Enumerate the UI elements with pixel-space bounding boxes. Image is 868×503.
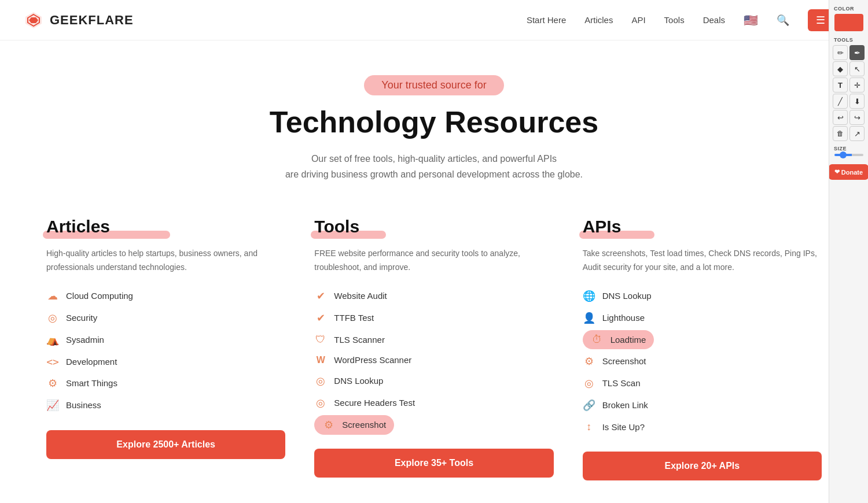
list-item[interactable]: 🛡 TLS Scanner (314, 329, 553, 350)
dns-icon: ◎ (314, 375, 327, 387)
tools-title: Tools (314, 217, 359, 236)
screenshot2-icon: ⚙ (583, 355, 595, 368)
articles-column: Articles High-quality articles to help s… (46, 217, 285, 480)
audit-icon: ✔ (314, 290, 327, 302)
logo[interactable]: GEEKFLARE (23, 10, 134, 31)
list-item[interactable]: ◎ Security (46, 307, 285, 329)
logo-text: GEEKFLARE (50, 13, 134, 28)
export-tool[interactable]: ↗ (849, 126, 865, 141)
text-tool[interactable]: T (833, 77, 848, 93)
nav-deals[interactable]: Deals (703, 15, 725, 25)
select-tool[interactable]: ↖ (849, 61, 865, 76)
hero-section: Your trusted source for Technology Resou… (0, 40, 868, 199)
undo-tool[interactable]: ↩ (833, 110, 848, 125)
apis-title-wrap: APIs (583, 217, 822, 239)
articles-desc: High-quality articles to help startups, … (46, 247, 285, 275)
siteup-icon: ↕ (583, 421, 595, 433)
list-item[interactable]: ✔ Website Audit (314, 285, 553, 307)
hero-badge: Your trusted source for (364, 75, 503, 95)
list-item[interactable]: 🌐 DNS Lookup (583, 285, 822, 307)
sidebar-panel: COLOR TOOLS ✏ ✒ ◆ ↖ T ✛ ╱ ⬇ ↩ ↪ 🗑 ↗ SIZE… (829, 0, 868, 503)
tlsscan-icon: ◎ (583, 377, 595, 390)
list-item[interactable]: ⚙ Smart Things (46, 372, 285, 394)
wp-icon: W (314, 355, 327, 365)
broken-link-icon: 🔗 (583, 399, 595, 412)
smart-icon: ⚙ (46, 377, 59, 390)
logo-icon (23, 10, 44, 31)
size-label: SIZE (829, 146, 847, 151)
hero-title: Technology Resources (23, 105, 845, 139)
apis-desc: Take screenshots, Test load times, Check… (583, 247, 822, 275)
business-icon: 📈 (46, 399, 59, 412)
list-item[interactable]: ◎ Secure Headers Test (314, 392, 553, 414)
hero-subtitle: Our set of free tools, high-quality arti… (23, 151, 845, 182)
articles-cta-button[interactable]: Explore 2500+ Articles (46, 430, 285, 459)
list-item-highlighted[interactable]: ⏱ Loadtime (583, 330, 654, 349)
list-item[interactable]: ✔ TTFB Test (314, 307, 553, 329)
move-tool[interactable]: ✛ (849, 77, 865, 93)
list-item[interactable]: ⛺ Sysadmin (46, 329, 285, 351)
nav-start-here[interactable]: Start Here (527, 15, 566, 25)
pen-tool[interactable]: ✒ (849, 45, 865, 60)
list-item[interactable]: 📈 Business (46, 394, 285, 416)
ttfb-icon: ✔ (314, 312, 327, 324)
nav-links: Start Here Articles API Tools Deals 🇺🇸 🔍… (527, 9, 833, 31)
tools-column: Tools FREE website performance and secur… (314, 217, 553, 480)
navbar: GEEKFLARE Start Here Articles API Tools … (0, 0, 868, 40)
list-item[interactable]: ↕ Is Site Up? (583, 416, 822, 438)
articles-title-wrap: Articles (46, 217, 285, 239)
nav-search-button[interactable]: 🔍 (777, 14, 789, 27)
tools-cta-button[interactable]: Explore 35+ Tools (314, 449, 553, 478)
nav-articles[interactable]: Articles (584, 15, 613, 25)
main-columns: Articles High-quality articles to help s… (0, 199, 868, 503)
apis-column: APIs Take screenshots, Test load times, … (583, 217, 822, 480)
donate-button[interactable]: ❤ Donate (829, 164, 868, 180)
tools-label: TOOLS (829, 37, 853, 43)
articles-title: Articles (46, 217, 110, 236)
size-slider[interactable] (834, 154, 863, 156)
tools-desc: FREE website performance and security to… (314, 247, 553, 275)
color-swatch[interactable] (834, 14, 863, 31)
download-tool[interactable]: ⬇ (849, 94, 865, 109)
dev-icon: <> (46, 356, 59, 368)
list-item[interactable]: ☁ Cloud Computing (46, 285, 285, 307)
lighthouse-icon: 👤 (583, 312, 595, 324)
apis-cta-button[interactable]: Explore 20+ APIs (583, 452, 822, 480)
patreon-icon: ❤ (834, 168, 840, 176)
list-item[interactable]: ⚙ Screenshot (583, 350, 822, 372)
headers-icon: ◎ (314, 397, 327, 409)
list-item[interactable]: W WordPress Scanner (314, 350, 553, 370)
screenshot-icon: ⚙ (322, 419, 335, 431)
tools-list: ✔ Website Audit ✔ TTFB Test 🛡 TLS Scanne… (314, 285, 553, 435)
list-item[interactable]: ◎ DNS Lookup (314, 370, 553, 392)
shape-tool[interactable]: ◆ (833, 61, 848, 76)
globe-icon: 🌐 (583, 290, 595, 302)
pencil-tool[interactable]: ✏ (833, 45, 848, 60)
loadtime-icon: ⏱ (591, 334, 604, 346)
articles-list: ☁ Cloud Computing ◎ Security ⛺ Sysadmin … (46, 285, 285, 416)
apis-title: APIs (583, 217, 621, 236)
nav-tools[interactable]: Tools (664, 15, 685, 25)
redo-tool[interactable]: ↪ (849, 110, 865, 125)
delete-tool[interactable]: 🗑 (833, 126, 848, 141)
line-tool[interactable]: ╱ (833, 94, 848, 109)
list-item[interactable]: 👤 Lighthouse (583, 307, 822, 329)
nav-flag: 🇺🇸 (744, 13, 758, 27)
nav-api[interactable]: API (631, 15, 645, 25)
list-item-highlighted[interactable]: ⚙ Screenshot (314, 415, 394, 435)
list-item[interactable]: ◎ TLS Scan (583, 372, 822, 394)
list-item[interactable]: 🔗 Broken Link (583, 394, 822, 416)
tls-icon: 🛡 (314, 334, 327, 346)
tools-title-wrap: Tools (314, 217, 553, 239)
cloud-icon: ☁ (46, 290, 59, 302)
list-item[interactable]: <> Development (46, 351, 285, 372)
sysadmin-icon: ⛺ (46, 334, 59, 346)
apis-list: 🌐 DNS Lookup 👤 Lighthouse ⏱ Loadtime ⚙ S… (583, 285, 822, 438)
security-icon: ◎ (46, 312, 59, 324)
color-label: COLOR (829, 6, 854, 12)
